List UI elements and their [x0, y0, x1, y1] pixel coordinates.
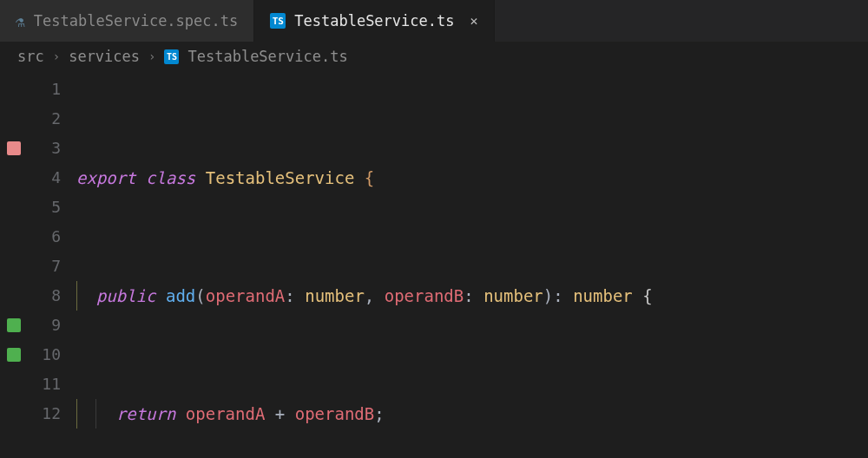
chevron-right-icon: › [53, 49, 60, 63]
breadcrumb-seg[interactable]: services [69, 48, 140, 65]
typescript-icon: TS [164, 49, 179, 64]
coverage-mark-uncovered [7, 141, 21, 155]
tab-bar: ⚗ TestableService.spec.ts TS TestableSer… [0, 0, 868, 42]
code-editor[interactable]: 1 2 3 4 5 6 7 8 9 10 11 12 export class … [0, 71, 868, 458]
tab-label: TestableService.spec.ts [34, 12, 238, 29]
code-line[interactable]: return operandA + operandB; [76, 399, 868, 429]
code-line[interactable]: public add(operandA: number, operandB: n… [76, 281, 868, 311]
gutter [0, 71, 28, 458]
coverage-mark-covered [7, 318, 21, 332]
line-numbers: 1 2 3 4 5 6 7 8 9 10 11 12 [28, 71, 76, 458]
coverage-mark-covered [7, 348, 21, 362]
close-icon[interactable]: ✕ [470, 15, 477, 28]
breadcrumb-seg[interactable]: TestableService.ts [187, 48, 347, 65]
typescript-icon: TS [270, 13, 286, 29]
code-area[interactable]: export class TestableService { public ad… [76, 71, 868, 458]
tab-testableservice[interactable]: TS TestableService.ts ✕ [254, 0, 494, 42]
beaker-icon: ⚗ [16, 12, 25, 30]
chevron-right-icon: › [148, 49, 155, 63]
breadcrumb[interactable]: src › services › TS TestableService.ts [0, 42, 868, 71]
tab-testableservice-spec[interactable]: ⚗ TestableService.spec.ts [0, 0, 254, 42]
breadcrumb-seg[interactable]: src [17, 48, 44, 65]
tab-label: TestableService.ts [294, 12, 454, 29]
code-line[interactable]: export class TestableService { [76, 163, 868, 193]
